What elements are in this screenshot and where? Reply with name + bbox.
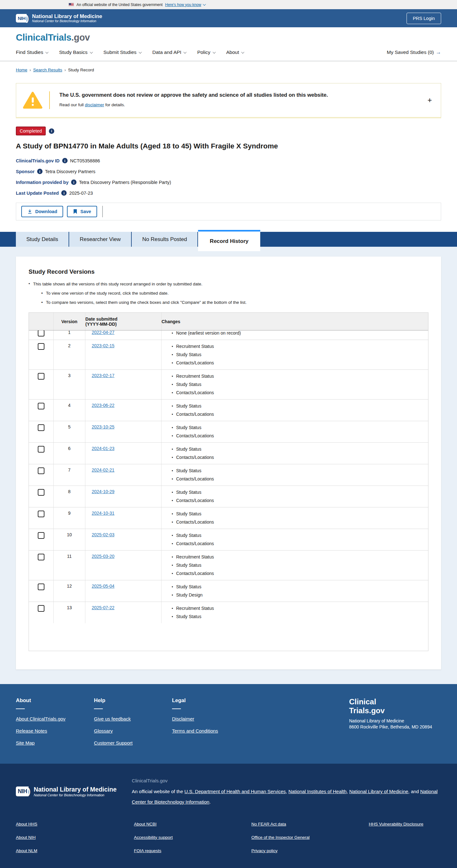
info-icon[interactable]: i	[49, 128, 54, 134]
nav-item-policy[interactable]: Policy	[197, 50, 215, 55]
nav-item-label: About	[226, 50, 239, 55]
official-agency-link[interactable]: National Institutes of Health	[288, 789, 347, 794]
footer-logo-line1: Clinical	[349, 698, 441, 706]
subfooter-link[interactable]: HHS Vulnerability Disclosure	[369, 822, 441, 827]
changes-list: Study StatusContacts/Locations	[167, 467, 428, 483]
version-checkbox[interactable]	[38, 605, 45, 612]
subfooter-link[interactable]: FOIA requests	[134, 848, 251, 853]
subfooter-link[interactable]: About NLM	[16, 848, 134, 853]
record-history-section: Study Record Versions • This table shows…	[0, 247, 457, 684]
version-row: 52023-10-25Study StatusContacts/Location…	[29, 421, 428, 442]
date-submitted-link[interactable]: 2023-02-17	[92, 373, 115, 378]
change-item: Study Status	[176, 381, 428, 388]
version-checkbox[interactable]	[38, 403, 45, 409]
grid-empty-cell	[369, 835, 441, 840]
official-agency-link[interactable]: U.S. Department of Health and Human Serv…	[184, 789, 286, 794]
date-submitted-link[interactable]: 2024-01-23	[92, 446, 115, 451]
subfooter-link[interactable]: About HHS	[16, 822, 134, 827]
version-checkbox[interactable]	[38, 489, 45, 496]
prs-login-button[interactable]: PRS Login	[406, 13, 441, 24]
version-checkbox[interactable]	[38, 584, 45, 590]
version-checkbox[interactable]	[38, 331, 45, 337]
date-submitted-link[interactable]: 2024-10-29	[92, 489, 115, 494]
breadcrumb-link[interactable]: Home	[16, 67, 27, 72]
subfooter-link[interactable]: No FEAR Act data	[251, 822, 369, 827]
date-submitted-link[interactable]: 2025-02-03	[92, 532, 115, 537]
date-submitted-link[interactable]: 2024-10-31	[92, 510, 115, 516]
footer-link[interactable]: Glossary	[94, 728, 172, 734]
header-date-submitted: Date submitted (YYYY-MM-DD)	[85, 313, 162, 330]
version-number: 11	[54, 551, 85, 580]
subfooter-link[interactable]: About NIH	[16, 835, 134, 840]
checkbox-cell	[29, 370, 54, 399]
heres-how-you-know-link[interactable]: Here's how you know	[165, 3, 205, 7]
subfooter-nih-logo[interactable]: NIH) National Library of Medicine Nation…	[16, 776, 116, 807]
official-text: ,	[286, 789, 288, 794]
checkbox-cell	[29, 507, 54, 529]
date-cell: 2024-02-21	[85, 464, 162, 486]
date-cell: 2023-06-22	[85, 400, 162, 421]
official-website-statement: ClinicalTrials.gov An official website o…	[132, 776, 441, 807]
footer-link[interactable]: About ClinicalTrials.gov	[16, 716, 94, 721]
info-icon[interactable]: i	[61, 190, 67, 196]
date-submitted-link[interactable]: 2025-03-20	[92, 554, 115, 559]
date-submitted-link[interactable]: 2023-10-25	[92, 424, 115, 429]
tab-no-results-posted[interactable]: No Results Posted	[132, 232, 198, 247]
tab-researcher-view[interactable]: Researcher View	[69, 232, 132, 247]
download-button[interactable]: Download	[21, 206, 63, 217]
subfooter-link[interactable]: About NCBI	[134, 822, 251, 827]
expand-banner-button[interactable]: +	[427, 96, 432, 105]
date-submitted-link[interactable]: 2023-02-15	[92, 343, 115, 348]
version-number: 4	[54, 400, 85, 421]
date-cell: 2023-10-25	[85, 421, 162, 442]
my-saved-studies-link[interactable]: My Saved Studies (0) →	[387, 49, 441, 56]
date-submitted-link[interactable]: 2022-04-27	[92, 331, 115, 335]
version-row: 12022-04-27None (earliest version on rec…	[29, 331, 428, 340]
breadcrumb-link[interactable]: Search Results	[33, 67, 62, 72]
version-checkbox[interactable]	[38, 554, 45, 560]
footer-link[interactable]: Site Map	[16, 740, 94, 746]
table-scroll-viewport[interactable]: 12022-04-27None (earliest version on rec…	[29, 331, 428, 651]
footer-link[interactable]: Customer Support	[94, 740, 172, 746]
date-submitted-link[interactable]: 2025-07-22	[92, 605, 115, 610]
tab-record-history[interactable]: Record History	[198, 230, 260, 251]
version-checkbox[interactable]	[38, 424, 45, 431]
official-agency-link[interactable]: National Library of Medicine	[349, 789, 408, 794]
disclaimer-link[interactable]: disclaimer	[85, 102, 104, 107]
version-checkbox[interactable]	[38, 532, 45, 539]
subfooter-link[interactable]: Privacy policy	[251, 848, 369, 853]
info-icon[interactable]: i	[71, 180, 77, 185]
version-row: 42023-06-22Study StatusContacts/Location…	[29, 399, 428, 421]
nav-item-submit-studies[interactable]: Submit Studies	[104, 50, 141, 55]
tab-study-details[interactable]: Study Details	[16, 232, 69, 247]
version-checkbox[interactable]	[38, 446, 45, 453]
nav-item-study-basics[interactable]: Study Basics	[59, 50, 92, 55]
footer-link[interactable]: Release Notes	[16, 728, 94, 734]
footer-link[interactable]: Give us feedback	[94, 716, 172, 721]
date-submitted-link[interactable]: 2024-02-21	[92, 467, 115, 472]
version-checkbox[interactable]	[38, 343, 45, 350]
change-item: Recruitment Status	[176, 605, 428, 612]
save-button[interactable]: Save	[67, 206, 97, 217]
footer-link[interactable]: Disclaimer	[172, 716, 250, 721]
version-checkbox[interactable]	[38, 467, 45, 474]
site-header: NIH) National Library of Medicine Nation…	[0, 9, 457, 27]
subfooter-link[interactable]: Office of the Inspector General	[251, 835, 369, 840]
nav-item-data-and-api[interactable]: Data and API	[152, 50, 185, 55]
version-checkbox[interactable]	[38, 373, 45, 380]
version-checkbox[interactable]	[38, 510, 45, 517]
footer-link[interactable]: Terms and Conditions	[172, 728, 250, 734]
changes-cell: Study StatusContacts/Locations	[162, 464, 428, 486]
nih-nlm-logo[interactable]: NIH) National Library of Medicine Nation…	[16, 13, 102, 24]
version-number: 7	[54, 464, 85, 486]
info-icon[interactable]: i	[37, 169, 42, 174]
subfooter-link[interactable]: Accessibility support	[134, 835, 251, 840]
date-submitted-link[interactable]: 2023-06-22	[92, 403, 115, 408]
date-submitted-link[interactable]: 2025-05-04	[92, 584, 115, 589]
date-cell: 2023-02-17	[85, 370, 162, 399]
nav-item-about[interactable]: About	[226, 50, 244, 55]
study-status-row: Completed i	[16, 127, 441, 135]
nav-item-find-studies[interactable]: Find Studies	[16, 50, 48, 55]
site-logo[interactable]: ClinicalTrials.gov	[0, 27, 457, 43]
info-icon[interactable]: i	[62, 158, 67, 163]
